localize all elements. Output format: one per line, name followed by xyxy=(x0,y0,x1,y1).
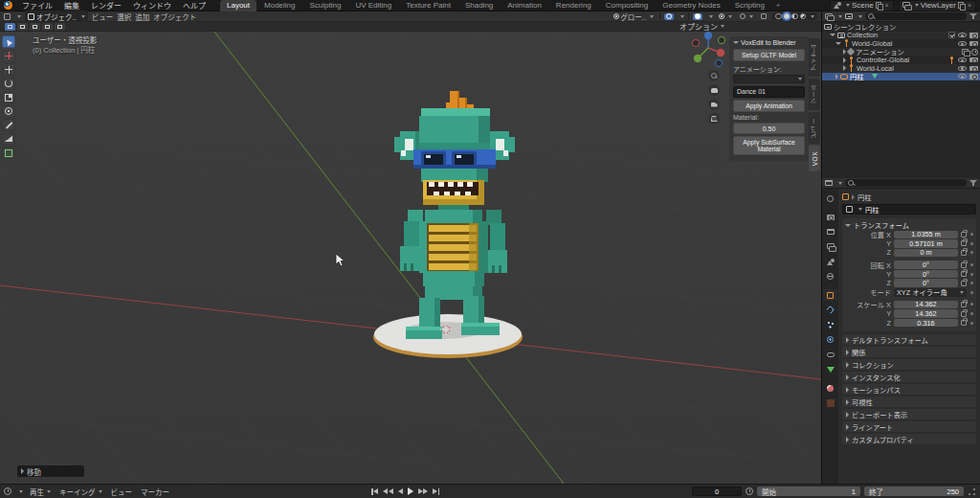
tool-move[interactable] xyxy=(2,63,15,76)
rotation-mode-dropdown[interactable]: XYZ オイラー角 xyxy=(894,288,967,297)
location-z-field[interactable]: 0 m xyxy=(894,249,958,258)
workspace-tab-shading[interactable]: Shading xyxy=(458,0,500,11)
section-line-art[interactable]: ラインアート xyxy=(842,421,976,433)
section-custom-properties[interactable]: カスタムプロパティ xyxy=(842,434,976,445)
camera-view-button[interactable] xyxy=(708,99,720,110)
animate-dot[interactable] xyxy=(970,312,973,315)
workspace-tab-scripting[interactable]: Scripting xyxy=(728,0,771,11)
rotation-y-field[interactable]: 0° xyxy=(894,270,958,279)
outliner-search-input[interactable] xyxy=(865,12,967,20)
jump-to-start-button[interactable] xyxy=(371,488,378,495)
lock-icon[interactable] xyxy=(961,240,967,246)
transform-panel-header[interactable]: トランスフォーム xyxy=(845,220,973,230)
scale-y-field[interactable]: 14.362 xyxy=(894,309,958,318)
menu-marker[interactable]: マーカー xyxy=(139,487,171,497)
eye-icon[interactable] xyxy=(958,41,967,46)
operator-panel[interactable]: 移動 xyxy=(17,465,84,477)
shading-solid-button[interactable] xyxy=(784,13,791,20)
transform-orientation-dropdown[interactable]: グロー.. xyxy=(612,11,656,22)
menu-keying[interactable]: キーイング xyxy=(57,487,104,497)
workspace-tab-texture-paint[interactable]: Texture Paint xyxy=(399,0,457,11)
checkbox-icon[interactable] xyxy=(948,32,955,38)
prev-keyframe-button[interactable] xyxy=(383,488,393,494)
tab-item[interactable]: アイテム xyxy=(809,38,820,77)
section-viewport-display[interactable]: ビューポート表示 xyxy=(842,409,976,420)
snap-toggle[interactable] xyxy=(664,13,674,20)
tab-object-properties[interactable] xyxy=(823,289,837,301)
menu-add[interactable]: 追加 xyxy=(135,11,149,22)
lock-icon[interactable] xyxy=(961,302,967,307)
animate-dot[interactable] xyxy=(970,233,973,236)
tab-modifier-properties[interactable] xyxy=(823,305,837,316)
apply-animation-button[interactable]: Apply Animation xyxy=(733,100,805,112)
location-y-field[interactable]: 0.57101 m xyxy=(894,239,958,248)
outliner-row-cylinder[interactable]: 円柱 xyxy=(822,73,980,81)
lock-icon[interactable] xyxy=(961,320,967,326)
section-delta-transform[interactable]: デルタトランスフォーム xyxy=(842,334,976,346)
select-mode-extend-button[interactable] xyxy=(17,23,28,31)
animate-dot[interactable] xyxy=(970,322,973,325)
animate-dot[interactable] xyxy=(970,291,973,294)
menu-view-timeline[interactable]: ビュー xyxy=(109,487,135,497)
pan-button[interactable] xyxy=(708,84,720,96)
tab-particle-properties[interactable] xyxy=(823,319,837,330)
workspace-tab-geometry-nodes[interactable]: Geometry Nodes xyxy=(656,0,726,11)
section-relations[interactable]: 関係 xyxy=(842,347,976,358)
animate-dot[interactable] xyxy=(970,242,973,245)
tool-add-cube[interactable] xyxy=(2,147,15,159)
tool-measure[interactable] xyxy=(2,133,15,146)
filter-icon[interactable] xyxy=(969,180,977,187)
object-name-field[interactable]: 円柱 xyxy=(842,204,976,215)
scene-selector[interactable]: Scene × xyxy=(830,0,894,11)
animate-dot[interactable] xyxy=(970,251,973,254)
select-mode-new-button[interactable] xyxy=(5,23,15,31)
location-x-field[interactable]: 1.0355 m xyxy=(894,231,958,239)
select-mode-subtract-button[interactable] xyxy=(30,23,40,31)
eye-icon[interactable] xyxy=(958,74,967,79)
workspace-tab-uv-editing[interactable]: UV Editing xyxy=(348,0,398,11)
workspace-tab-rendering[interactable]: Rendering xyxy=(549,0,598,11)
camera-toggle-icon[interactable] xyxy=(969,57,978,63)
section-instancing[interactable]: インスタンス化 xyxy=(842,372,976,383)
tab-render-properties[interactable] xyxy=(823,212,837,223)
select-mode-invert-button[interactable] xyxy=(42,23,53,31)
snap-options-chevron[interactable] xyxy=(680,15,684,18)
tab-vox[interactable]: VOX xyxy=(809,146,820,171)
proportional-edit-toggle[interactable] xyxy=(693,13,702,20)
use-preview-range-icon[interactable] xyxy=(746,487,753,495)
show-gizmo-toggle[interactable] xyxy=(717,13,734,20)
panel-header[interactable]: VoxEdit to Blender xyxy=(733,39,805,46)
tool-rotate[interactable] xyxy=(2,78,15,90)
lock-icon[interactable] xyxy=(961,311,967,317)
menu-playback[interactable]: 再生 xyxy=(28,487,53,497)
jump-to-end-button[interactable] xyxy=(433,488,439,495)
tab-world-properties[interactable] xyxy=(823,271,837,283)
outliner-row-animation[interactable]: アニメーション xyxy=(822,48,980,57)
editor-type-icon[interactable] xyxy=(4,13,11,20)
filter-icon[interactable] xyxy=(969,13,977,20)
action-stash-icon[interactable] xyxy=(971,49,978,56)
zoom-button[interactable] xyxy=(708,70,720,81)
shading-options-chevron[interactable] xyxy=(811,15,814,18)
tab-view[interactable]: ビュー xyxy=(809,112,820,144)
expand-icon[interactable] xyxy=(830,34,835,36)
section-collections[interactable]: コレクション xyxy=(842,359,976,371)
lock-icon[interactable] xyxy=(961,271,967,277)
add-workspace-button[interactable]: + xyxy=(772,0,785,11)
properties-editor-icon[interactable] xyxy=(825,180,833,186)
material-value-slider[interactable]: 0.50 xyxy=(733,123,805,134)
blender-logo-icon[interactable] xyxy=(4,1,12,10)
outliner-row-collection[interactable]: Collection xyxy=(822,32,980,40)
perspective-toggle-button[interactable] xyxy=(708,113,720,124)
tab-tool[interactable]: ツール xyxy=(809,79,820,110)
section-visibility[interactable]: 可視性 xyxy=(842,396,976,408)
apply-material-button[interactable]: Apply SubSurface Material xyxy=(733,136,805,155)
workspace-tab-animation[interactable]: Animation xyxy=(501,0,548,11)
setup-gltf-button[interactable]: Setup GLTF Model xyxy=(733,49,805,61)
lock-icon[interactable] xyxy=(961,281,967,286)
animate-dot[interactable] xyxy=(970,273,973,276)
timeline-editor-icon[interactable] xyxy=(4,487,11,495)
camera-toggle-icon[interactable] xyxy=(969,33,978,38)
viewport-canvas[interactable]: ユーザー・透視投影 (0) Collection | 円柱 xyxy=(0,32,821,484)
tab-output-properties[interactable] xyxy=(823,226,837,238)
